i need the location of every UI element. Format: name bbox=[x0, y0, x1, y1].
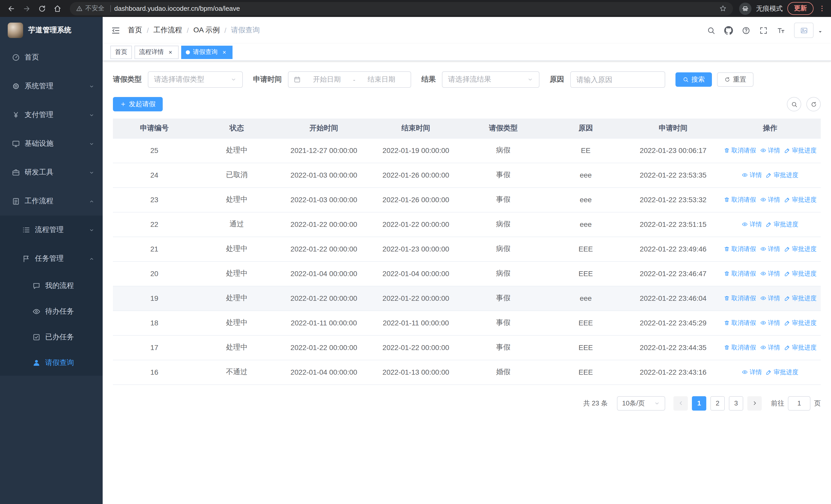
sidebar-item-dev-tools[interactable]: 研发工具 bbox=[0, 158, 103, 187]
table-row[interactable]: 22通过2022-01-22 00:00:002022-01-22 00:00:… bbox=[113, 212, 821, 237]
forward-icon[interactable] bbox=[20, 1, 34, 16]
tab-process-detail[interactable]: 流程详情× bbox=[135, 46, 179, 59]
detail-action-link[interactable]: 详情 bbox=[760, 343, 780, 352]
cancel-action-link[interactable]: 取消请假 bbox=[724, 195, 756, 204]
create-leave-button[interactable]: 发起请假 bbox=[113, 97, 163, 111]
tab-leave-query[interactable]: 请假查询× bbox=[181, 46, 232, 59]
progress-action-link[interactable]: 审批进度 bbox=[784, 146, 816, 155]
goto-page-input[interactable] bbox=[788, 396, 810, 410]
breadcrumb-item[interactable]: 请假查询 bbox=[231, 26, 260, 35]
result-select[interactable]: 请选择流结果 bbox=[442, 71, 540, 88]
progress-action-link[interactable]: 审批进度 bbox=[784, 269, 816, 278]
detail-action-link[interactable]: 详情 bbox=[742, 220, 762, 229]
question-icon[interactable] bbox=[742, 26, 750, 35]
sidebar-item-payment[interactable]: 支付管理 bbox=[0, 100, 103, 129]
column-header: 状态 bbox=[196, 119, 278, 138]
trash-icon bbox=[724, 345, 730, 351]
detail-action-link[interactable]: 详情 bbox=[742, 171, 762, 179]
detail-action-link[interactable]: 详情 bbox=[760, 195, 780, 204]
sidebar-item-infrastructure[interactable]: 基础设施 bbox=[0, 129, 103, 158]
edit-icon bbox=[784, 270, 791, 277]
progress-action-link[interactable]: 审批进度 bbox=[766, 220, 798, 229]
progress-action-link[interactable]: 审批进度 bbox=[784, 343, 816, 352]
search-button[interactable]: 搜索 bbox=[676, 72, 712, 87]
table-row[interactable]: 19处理中2022-01-22 00:00:002022-01-22 00:00… bbox=[113, 286, 821, 310]
detail-action-link[interactable]: 详情 bbox=[742, 368, 762, 377]
toggle-search-button[interactable] bbox=[787, 97, 801, 111]
cell-status: 处理中 bbox=[196, 261, 278, 286]
table-row[interactable]: 24已取消2022-01-03 00:00:002022-01-26 00:00… bbox=[113, 163, 821, 187]
next-page-button[interactable] bbox=[747, 396, 762, 410]
page-size-select[interactable]: 10条/页 bbox=[617, 396, 665, 410]
sidebar-item-workflow[interactable]: 工作流程 bbox=[0, 187, 103, 215]
close-icon[interactable]: × bbox=[221, 49, 228, 56]
detail-action-link[interactable]: 详情 bbox=[760, 319, 780, 327]
leave-type-select[interactable]: 请选择请假类型 bbox=[148, 71, 243, 88]
refresh-table-button[interactable] bbox=[806, 97, 821, 111]
progress-action-link[interactable]: 审批进度 bbox=[784, 294, 816, 302]
cancel-action-link[interactable]: 取消请假 bbox=[724, 319, 756, 327]
cancel-action-link[interactable]: 取消请假 bbox=[724, 294, 756, 302]
table-row[interactable]: 16不通过2022-01-04 00:00:002022-01-13 00:00… bbox=[113, 360, 821, 384]
table-row[interactable]: 21处理中2022-01-22 00:00:002022-01-23 00:00… bbox=[113, 237, 821, 261]
sidebar-item-process-mgmt[interactable]: 流程管理 bbox=[0, 215, 103, 244]
detail-action-link[interactable]: 详情 bbox=[760, 294, 780, 302]
progress-action-link[interactable]: 审批进度 bbox=[784, 195, 816, 204]
collapse-sidebar-icon[interactable] bbox=[111, 25, 121, 35]
table-row[interactable]: 25处理中2021-12-27 00:00:002022-01-19 00:00… bbox=[113, 138, 821, 163]
sidebar-item-system[interactable]: 系统管理 bbox=[0, 72, 103, 100]
avatar[interactable] bbox=[794, 23, 813, 38]
github-icon[interactable] bbox=[724, 26, 733, 35]
tab-home[interactable]: 首页 bbox=[110, 46, 132, 59]
sidebar-item-task-mgmt[interactable]: 任务管理 bbox=[0, 244, 103, 273]
close-icon[interactable]: × bbox=[167, 49, 174, 56]
bookmark-star-icon[interactable] bbox=[719, 5, 727, 12]
back-icon[interactable] bbox=[4, 1, 19, 16]
progress-action-link[interactable]: 审批进度 bbox=[766, 171, 798, 179]
progress-action-link[interactable]: 审批进度 bbox=[766, 368, 798, 377]
update-button[interactable]: 更新 bbox=[787, 2, 813, 15]
security-warning-label[interactable]: 不安全 bbox=[85, 4, 105, 13]
detail-action-link[interactable]: 详情 bbox=[760, 269, 780, 278]
table-row[interactable]: 18处理中2022-01-11 00:00:002022-01-11 00:00… bbox=[113, 310, 821, 335]
progress-action-link[interactable]: 审批进度 bbox=[784, 244, 816, 253]
sidebar-item-home[interactable]: 首页 bbox=[0, 43, 103, 72]
progress-action-link[interactable]: 审批进度 bbox=[784, 319, 816, 327]
cancel-action-link[interactable]: 取消请假 bbox=[724, 146, 756, 155]
table-row[interactable]: 20处理中2022-01-04 00:00:002022-01-04 00:00… bbox=[113, 261, 821, 286]
reason-input[interactable] bbox=[570, 71, 665, 88]
sidebar-item-done-tasks[interactable]: 已办任务 bbox=[0, 324, 103, 350]
caret-down-icon[interactable] bbox=[818, 29, 823, 34]
reload-icon[interactable] bbox=[35, 1, 49, 16]
trash-icon bbox=[724, 246, 730, 252]
detail-action-link[interactable]: 详情 bbox=[760, 146, 780, 155]
sidebar-item-label: 待办任务 bbox=[45, 307, 94, 316]
table-row[interactable]: 23处理中2022-01-03 00:00:002022-01-26 00:00… bbox=[113, 187, 821, 212]
browser-nav-buttons bbox=[4, 1, 65, 16]
action-label: 审批进度 bbox=[774, 220, 798, 229]
breadcrumb-item[interactable]: 工作流程 bbox=[153, 26, 182, 35]
search-icon[interactable] bbox=[707, 26, 716, 35]
fullscreen-icon[interactable] bbox=[759, 26, 768, 35]
breadcrumb-item[interactable]: 首页 bbox=[128, 26, 142, 35]
sidebar-item-my-process[interactable]: 我的流程 bbox=[0, 273, 103, 299]
page-button-2[interactable]: 2 bbox=[710, 396, 725, 410]
page-button-3[interactable]: 3 bbox=[729, 396, 743, 410]
page-button-1[interactable]: 1 bbox=[692, 396, 706, 410]
detail-action-link[interactable]: 详情 bbox=[760, 244, 780, 253]
cancel-action-link[interactable]: 取消请假 bbox=[724, 343, 756, 352]
home-icon[interactable] bbox=[50, 1, 65, 16]
cancel-action-link[interactable]: 取消请假 bbox=[724, 269, 756, 278]
table-row[interactable]: 17处理中2022-01-22 00:00:002022-01-22 00:00… bbox=[113, 335, 821, 360]
apply-time-range-picker[interactable]: 开始日期 - 结束日期 bbox=[288, 71, 411, 88]
prev-page-button[interactable] bbox=[674, 396, 688, 410]
sidebar-item-todo-tasks[interactable]: 待办任务 bbox=[0, 299, 103, 324]
cancel-action-link[interactable]: 取消请假 bbox=[724, 244, 756, 253]
address-bar[interactable]: 不安全 dashboard.yudao.iocoder.cn/bpm/oa/le… bbox=[70, 2, 733, 15]
breadcrumb-item[interactable]: OA 示例 bbox=[194, 26, 220, 35]
fontsize-icon[interactable] bbox=[777, 26, 785, 35]
browser-menu-icon[interactable] bbox=[818, 5, 826, 12]
app-logo[interactable]: 芋道管理系统 bbox=[0, 17, 103, 43]
reset-button[interactable]: 重置 bbox=[717, 72, 753, 87]
sidebar-item-leave-query[interactable]: 请假查询 bbox=[0, 350, 103, 376]
